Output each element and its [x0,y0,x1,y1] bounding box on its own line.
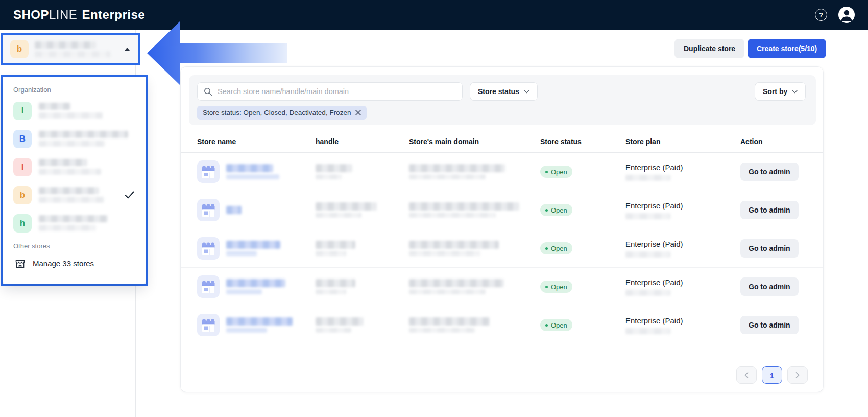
action-cell: Go to admin [740,163,807,181]
store-status-filter-button[interactable]: Store status [470,82,538,101]
prev-page-button[interactable] [736,366,757,384]
status-badge: Open [540,281,572,293]
redacted-text [39,159,87,166]
org-switcher-button[interactable]: b [3,35,138,63]
redacted-text [316,241,355,249]
chevron-down-icon [792,90,798,94]
org-avatar: b [13,186,32,204]
plan-label: Enterprise (Paid) [625,316,740,325]
handle-cell [316,279,409,294]
org-avatar: l [13,102,32,120]
top-header: SHOP LINE Enterprise ? [0,0,868,30]
go-to-admin-button[interactable]: Go to admin [740,316,799,334]
redacted-text [316,202,377,211]
redacted-text [39,187,99,194]
manage-stores-button[interactable]: Manage 33 stores [3,253,146,272]
organization-item[interactable]: B [3,125,146,153]
redacted-text [409,202,519,211]
redacted-text [316,164,352,172]
store-status-filter-chip[interactable]: Store status: Open, Closed, Deactivated,… [197,106,367,120]
redacted-text [409,279,504,287]
app: SHOP LINE Enterprise ? b [0,0,868,417]
user-avatar[interactable] [838,7,855,23]
redacted-text [35,41,96,49]
redacted-text [226,328,267,333]
redacted-text [625,290,670,296]
table-row: Open Enterprise (Paid) Go to admin [181,268,823,306]
search-input[interactable] [216,87,456,96]
store-list-card: Store status Sort by Store status: Open,… [180,66,824,392]
store-name-link[interactable] [226,279,285,294]
table-header: Store name handle Store's main domain St… [181,130,823,153]
check-icon [125,191,134,199]
redacted-text [316,289,346,294]
duplicate-store-button[interactable]: Duplicate store [674,39,744,58]
store-name-link[interactable] [226,241,280,256]
redacted-text [625,251,670,258]
status-cell: Open [540,204,625,216]
chevron-down-icon [524,90,529,94]
redacted-text [316,213,361,218]
org-name-redacted [35,41,125,57]
store-name-link[interactable] [226,317,293,333]
redacted-text [226,251,257,256]
go-to-admin-button[interactable]: Go to admin [740,163,799,181]
go-to-admin-button[interactable]: Go to admin [740,277,799,296]
filter-panel: Store status Sort by Store status: Open,… [189,75,816,125]
pagination: 1 [736,366,808,384]
status-badge: Open [540,242,572,254]
go-to-admin-button[interactable]: Go to admin [740,201,799,219]
domain-cell [409,241,540,256]
brand-logo: SHOP LINE Enterprise [13,8,145,22]
organization-item[interactable]: l [3,97,146,125]
status-cell: Open [540,281,625,293]
close-icon[interactable] [355,110,361,115]
plan-label: Enterprise (Paid) [625,240,740,248]
page-1-button[interactable]: 1 [762,366,782,384]
next-page-button[interactable] [787,366,808,384]
store-icon [197,275,220,298]
plan-cell: Enterprise (Paid) [625,201,740,219]
go-to-admin-button[interactable]: Go to admin [740,239,799,258]
plan-cell: Enterprise (Paid) [625,240,740,258]
redacted-text [625,175,670,181]
redacted-text [226,317,293,326]
status-cell: Open [540,319,625,331]
redacted-text [39,197,104,203]
redacted-text [39,131,128,138]
manage-stores-label: Manage 33 stores [33,259,94,268]
status-badge: Open [540,204,572,216]
store-name-cell [197,314,316,336]
redacted-text [625,328,670,334]
status-label: Open [551,168,567,176]
redacted-text [316,174,342,179]
organization-item[interactable]: I [3,153,146,181]
redacted-text [409,213,496,218]
column-header: Store plan [625,137,740,146]
chevron-left-icon [744,372,749,378]
store-icon [197,199,220,221]
create-store-button[interactable]: Create store(5/10) [748,39,826,58]
domain-cell [409,202,540,218]
store-name-link[interactable] [226,206,242,214]
help-icon[interactable]: ? [815,9,827,21]
sort-by-button[interactable]: Sort by [755,82,806,101]
organization-item[interactable]: b [3,181,146,209]
plan-label: Enterprise (Paid) [625,163,740,172]
organization-list: l B [3,97,146,237]
redacted-text [316,279,355,287]
column-header: Store name [197,137,316,146]
chevron-right-icon [795,372,800,378]
store-name-link[interactable] [226,164,279,179]
organization-section-label: Organization [3,86,146,94]
redacted-text [226,206,242,214]
domain-cell [409,317,540,333]
handle-cell [316,202,409,218]
plan-label: Enterprise (Paid) [625,278,740,287]
table-row: Open Enterprise (Paid) Go to admin [181,306,823,344]
store-icon [197,160,220,183]
org-avatar: h [13,214,32,233]
organization-item[interactable]: h [3,209,146,237]
redacted-text [409,328,475,333]
annotation-highlight-org-panel: Organization l [1,75,148,286]
